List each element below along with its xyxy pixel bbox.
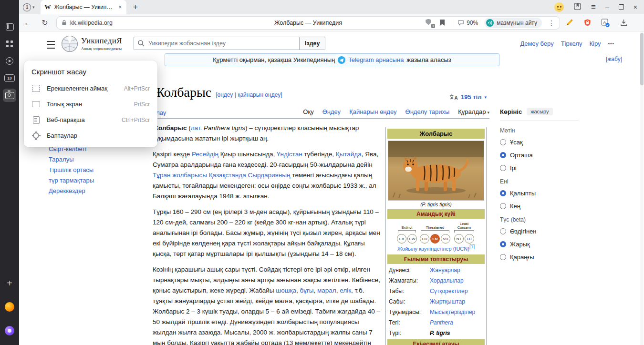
article-link[interactable]: Тұран жолбарысы [153,172,207,179]
article-link[interactable]: марал [317,287,336,294]
translate-icon[interactable]: A [596,19,614,27]
article-link[interactable]: Қытайда [336,151,362,158]
profile-avatar[interactable] [554,2,564,12]
article-link[interactable]: елік [340,287,351,294]
page-scrollbar[interactable] [640,31,644,345]
sidebar-panel-toggle-icon[interactable] [3,20,16,33]
search-input[interactable] [134,37,300,50]
more-options-icon[interactable]: ⋮ [548,19,555,27]
scrollbar-thumb[interactable] [640,33,644,85]
edit-links[interactable]: [өңдеу | қайнарын өңдеу] [216,91,282,98]
telegram-link[interactable]: Telegram арнасына [348,56,404,63]
status-link[interactable]: Жойылу қаупіндегілер (IUCN) [397,246,469,252]
wikipedia-logo[interactable] [61,35,78,52]
tab-close-icon[interactable]: × [119,4,122,10]
toc-item[interactable]: түр тармақтары [49,177,130,184]
services-icon[interactable] [3,37,16,51]
radio-unselected[interactable] [500,139,506,145]
tiger-image[interactable] [388,141,484,201]
screenshot-icon[interactable] [3,89,16,102]
article-link[interactable]: Қазақстанда [209,172,246,179]
radio-option[interactable]: Орташа [500,152,579,159]
download-icon[interactable] [614,19,633,27]
bookmark-icon[interactable] [440,20,445,26]
article-link[interactable]: шошқа [276,287,296,294]
radio-unselected[interactable] [500,254,506,260]
status-code-EX: EX [397,234,406,244]
taxonomy-value[interactable]: Хордалылар [430,277,483,284]
read-aloud-button[interactable]: мазмұнын айту [484,18,542,28]
tab-Өңдеу[interactable]: Өңдеу [322,108,341,115]
radio-option[interactable]: Ұсақ [500,139,579,146]
article-link[interactable]: бұғы [300,287,313,294]
radio-label: Ұсақ [510,139,523,146]
status-group: ExtinctEXEW [397,222,417,244]
appearance-hide-button[interactable]: жасыру [527,108,552,115]
article-link[interactable]: лат. [191,124,202,132]
language-selector[interactable]: A 195 тіл ▾ [449,93,487,101]
screenshot-menu-item[interactable]: Толық экранPrtScr [24,96,157,112]
wiki-menu-icon[interactable] [47,41,55,49]
comments-zoom-chip[interactable]: 90% [457,20,478,26]
radio-selected[interactable] [500,190,506,196]
tab-counter[interactable]: 1 ▾ [23,3,35,11]
radio-selected[interactable] [500,241,506,247]
back-icon[interactable]: ← [19,19,36,27]
browser-menu-icon[interactable]: ≡ [591,2,596,12]
article-link[interactable]: Ресейдің [192,151,218,158]
radio-selected[interactable] [500,152,506,158]
article-text: Қазіргі кезде [153,151,192,158]
new-tab-button[interactable]: + [133,2,138,12]
radio-option[interactable]: Кең [500,203,579,210]
window-close-icon[interactable]: × [634,3,637,11]
taxonomy-value[interactable]: Жыртқыштар [430,298,483,305]
taxonomy-value[interactable]: Panthera [430,319,483,326]
taxonomy-row: Тегі:Panthera [387,317,485,328]
blocked-counter-icon[interactable]: 1 [426,19,434,27]
alice-assistant-icon[interactable] [3,324,16,337]
toc-item[interactable]: Дереккөздер [49,188,130,194]
taxonomy-value[interactable]: Жануарлар [430,266,483,274]
collections-icon[interactable] [573,2,582,12]
radio-unselected[interactable] [500,228,506,234]
video-icon[interactable] [3,54,16,68]
refresh-icon[interactable]: ↻ [36,18,53,27]
header-link[interactable]: Демеу беру [520,40,553,47]
edit-pencil-icon[interactable] [560,19,578,27]
protect-shield-icon[interactable] [578,19,596,27]
radio-option[interactable]: Қараңғы [500,254,579,261]
tab-groups-badge[interactable]: 10 [3,71,16,85]
radio-option[interactable]: Қалыпты [500,190,579,197]
status-ref[interactable]: [1] [469,244,475,249]
more-menu-icon[interactable]: ••• [608,41,614,46]
toc-item[interactable]: Тіршілік ортасы [49,167,130,173]
window-minimize-icon[interactable]: – [605,3,609,11]
tab-Қайнарын өңдеу[interactable]: Қайнарын өңдеу [349,108,396,115]
screenshot-menu-item[interactable]: Веб-парақшаCtrl+PrtScr [24,112,157,128]
taxonomy-value[interactable]: Сүтқоректілер [430,287,483,295]
radio-option[interactable]: Ірі [500,164,579,172]
tab-Құралдар[interactable]: Құралдар▾ [458,108,489,115]
article-link[interactable]: Үндістан [277,151,302,158]
screenshot-menu-item[interactable]: Баптаулар [24,128,157,143]
header-link[interactable]: Кіру [589,40,601,47]
sidebar-add-icon[interactable]: + [3,276,16,290]
article-link[interactable]: Сырдарияның [248,172,290,179]
window-maximize-icon[interactable] [619,3,624,11]
radio-option[interactable]: Жарық [500,241,579,248]
tab-Оқу[interactable]: Оқу [303,108,313,115]
banner-close-link[interactable]: [жабу] [606,56,622,62]
search-button[interactable]: Іздеу [300,37,325,50]
screenshot-menu-item[interactable]: Ерекшеленген аймақAlt+PrtScr [24,81,157,96]
address-bar[interactable]: kk.wikipedia.org Жолбарыс — Уикипедия 1 … [56,16,560,30]
toc-item[interactable]: Таралуы [49,156,130,163]
radio-unselected[interactable] [500,203,506,209]
url-text[interactable]: kk.wikipedia.org [70,20,115,26]
radio-unselected[interactable] [500,165,506,171]
browser-tab[interactable]: W Жолбарыс — Уикипед... × [41,0,126,14]
yandex-browser-icon[interactable] [3,300,16,314]
taxonomy-value[interactable]: Мысықтәрізділер [430,308,483,316]
header-link[interactable]: Тіркелу [561,40,582,47]
tab-Өңделу тарихы[interactable]: Өңделу тарихы [405,108,450,115]
radio-option[interactable]: Өздігінен [500,228,579,235]
